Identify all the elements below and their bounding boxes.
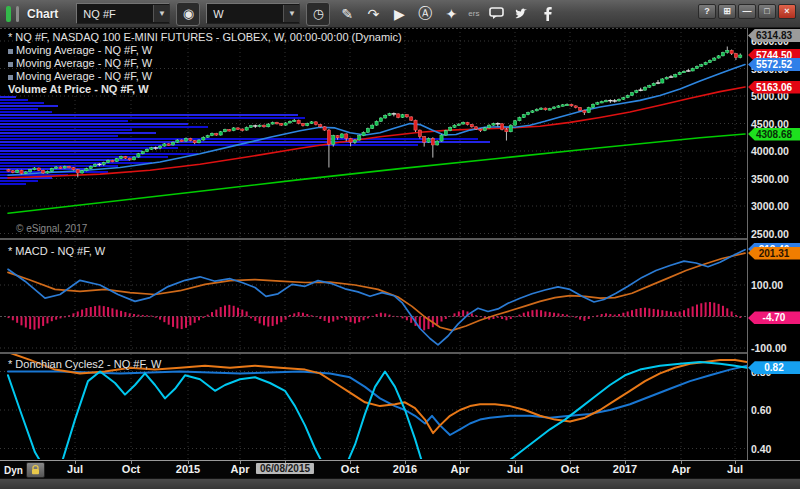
twitter-share-button[interactable] xyxy=(512,3,532,25)
clock-icon: ◷ xyxy=(313,6,324,21)
interval-combo[interactable]: W ▼ xyxy=(206,3,300,24)
date-marker-badge: 06/08/2015 xyxy=(256,463,314,474)
play-icon: ▶ xyxy=(394,6,405,22)
toolbar: Chart NQ #F ▼ ◉ W ▼ ◷ ✎ ↷ ▶ Ⓐ ✦ ers xyxy=(0,0,800,28)
time-axis-label: Apr xyxy=(451,463,470,475)
window-grip-indicator xyxy=(6,6,11,22)
axis-label: 0.40 xyxy=(751,443,771,455)
eraser-button[interactable]: ✦ xyxy=(441,3,461,25)
esignal-watermark: © eSignal, 2017 xyxy=(16,223,87,234)
time-axis-label: Jul xyxy=(727,463,743,475)
close-button[interactable]: × xyxy=(778,4,796,19)
annotate-icon: Ⓐ xyxy=(418,5,432,23)
facebook-icon xyxy=(544,7,552,21)
dyn-label: Dyn xyxy=(4,465,23,476)
window-bottom-frame xyxy=(0,478,800,489)
study-label-ma1: Moving Average - NQ #F, W xyxy=(8,44,152,56)
axis-label: -100.00 xyxy=(751,342,787,354)
collapse-box-icon[interactable] xyxy=(8,62,13,67)
curve-arrow-icon: ↷ xyxy=(367,6,379,22)
symbol-search-icon: ◉ xyxy=(183,6,194,21)
replay-button[interactable]: ▶ xyxy=(389,3,409,25)
price-badge: 201.31 xyxy=(748,247,800,260)
axis-label: 3000.00 xyxy=(751,200,789,212)
study-label-ma2: Moving Average - NQ #F, W xyxy=(8,57,152,69)
price-axis[interactable]: 6000.005500.005000.004500.004000.003500.… xyxy=(747,28,800,460)
macd-panel-label: * MACD - NQ #F, W xyxy=(8,245,105,257)
study-label-ma3: Moving Average - NQ #F, W xyxy=(8,70,152,82)
axis-label: 0.60 xyxy=(751,404,771,416)
price-badge: 5572.52 xyxy=(748,58,800,71)
study-label-vap: Volume At Price - NQ #F, W xyxy=(8,83,149,95)
time-template-button[interactable]: ◷ xyxy=(306,2,330,26)
symbol-combo[interactable]: NQ #F ▼ xyxy=(76,3,170,24)
price-badge: 6314.83 xyxy=(748,29,800,42)
axis-label: 3500.00 xyxy=(751,173,789,185)
twitter-icon xyxy=(515,8,530,20)
time-axis-label: 2015 xyxy=(176,463,200,475)
axis-label: 2500.00 xyxy=(751,228,789,240)
maximize-button[interactable]: □ xyxy=(758,4,776,19)
facebook-share-button[interactable] xyxy=(538,3,558,25)
ers-label: ers xyxy=(468,9,479,18)
layout-button[interactable]: ⊞ xyxy=(718,4,736,19)
dyn-control: Dyn xyxy=(4,462,45,478)
price-badge: 0.82 xyxy=(748,361,800,374)
annotation-button[interactable]: Ⓐ xyxy=(415,3,435,25)
chevron-down-icon[interactable]: ▼ xyxy=(153,5,169,22)
price-badge: 5163.06 xyxy=(748,81,800,94)
donchian-panel-label: * Donchian Cycles2 - NQ #F, W xyxy=(8,358,161,370)
symbol-value: NQ #F xyxy=(83,8,115,20)
interval-value: W xyxy=(213,8,223,20)
pencil-icon: ✎ xyxy=(341,6,353,22)
chart-window: Chart NQ #F ▼ ◉ W ▼ ◷ ✎ ↷ ▶ Ⓐ ✦ ers xyxy=(0,0,800,489)
time-axis-label: Oct xyxy=(122,463,140,475)
window-grip[interactable] xyxy=(16,6,19,22)
help-button[interactable]: ? xyxy=(698,4,716,19)
eraser-icon: ✦ xyxy=(445,6,457,22)
chevron-down-icon[interactable]: ▼ xyxy=(283,5,299,22)
time-axis-label: Oct xyxy=(561,463,579,475)
lock-icon xyxy=(31,465,40,475)
macd-panel[interactable] xyxy=(0,241,747,352)
speech-bubble-icon xyxy=(489,7,504,20)
chat-button[interactable] xyxy=(486,3,506,25)
price-badge: 4308.68 xyxy=(748,128,800,141)
time-axis-label: Jul xyxy=(507,463,523,475)
app-title: Chart xyxy=(27,7,58,21)
time-axis-label: Apr xyxy=(672,463,691,475)
time-axis-label: 2016 xyxy=(393,463,417,475)
axis-label: 4000.00 xyxy=(751,145,789,157)
time-axis-label: Oct xyxy=(341,463,359,475)
trend-tool-button[interactable]: ↷ xyxy=(363,3,383,25)
collapse-box-icon[interactable] xyxy=(8,49,13,54)
price-badge: -4.70 xyxy=(748,311,800,324)
time-axis-label: Jul xyxy=(67,463,83,475)
minimize-button[interactable]: — xyxy=(738,4,756,19)
chart-title: * NQ #F, NASDAQ 100 E-MINI FUTURES - GLO… xyxy=(8,31,402,43)
collapse-box-icon[interactable] xyxy=(8,75,13,80)
time-axis-label: 2017 xyxy=(613,463,637,475)
symbol-search-button[interactable]: ◉ xyxy=(176,2,200,26)
window-controls: ? ⊞ — □ × xyxy=(698,4,796,19)
draw-pencil-button[interactable]: ✎ xyxy=(337,3,357,25)
panel-divider[interactable] xyxy=(0,238,747,240)
time-axis-label: Apr xyxy=(231,463,250,475)
axis-label: 100.00 xyxy=(751,279,783,291)
time-axis[interactable]: Dyn JulOct2015Apr06/08/2015Oct2016AprJul… xyxy=(0,460,800,479)
scale-lock-button[interactable] xyxy=(26,462,45,478)
